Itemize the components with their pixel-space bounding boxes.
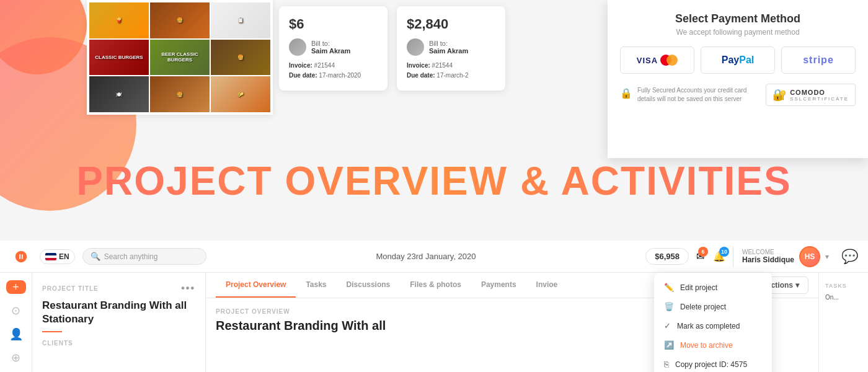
- move-to-archive-label: Move to archive: [680, 341, 733, 350]
- project-divider: [42, 331, 62, 332]
- nav-logo: [10, 250, 32, 264]
- project-title-label: PROJECT TITLE: [42, 285, 99, 292]
- tasks-panel: TASKS On...: [818, 273, 868, 372]
- invoice-bill-name-2: Saim Akram: [429, 47, 468, 55]
- invoice-meta-2: Invoice: #21544 Due date: 17-march-2: [407, 61, 495, 81]
- project-name: Restaurant Branding With all Stationary: [42, 299, 195, 326]
- delete-icon: 🗑️: [664, 302, 674, 311]
- actions-chevron: ▾: [795, 281, 799, 290]
- welcome-info: WELCOME Haris Siddique: [742, 249, 794, 264]
- left-panel: PROJECT TITLE ••• Restaurant Branding Wi…: [32, 273, 206, 372]
- invoice-amount-2: $2,840: [407, 16, 495, 32]
- food-image-1: 🍟: [89, 2, 149, 38]
- task-status: On...: [825, 294, 862, 301]
- tab-tasks[interactable]: Tasks: [296, 273, 336, 298]
- dropdown-move-to-archive[interactable]: ↗️ Move to archive: [654, 335, 772, 355]
- delete-project-label: Delete project: [680, 303, 726, 311]
- invoice-number-label-2: Invoice:: [407, 62, 432, 69]
- tab-project-overview[interactable]: Project Overview: [216, 273, 296, 298]
- food-image-6: 🍔: [211, 40, 270, 76]
- tab-files-photos[interactable]: Files & photos: [400, 273, 471, 298]
- bell-badge: 10: [719, 247, 729, 257]
- mail-icon-wrap[interactable]: ✉ 6: [696, 250, 704, 262]
- invoice-bill-name-1: Saim Akram: [311, 47, 350, 55]
- paypal-button[interactable]: PayPal: [701, 46, 775, 74]
- top-section: 🍟 🍔 📋 CLASSIC BURGERS BEER CLASSIC BURGE…: [0, 0, 868, 161]
- visa-logo: VISA: [637, 56, 658, 65]
- mail-badge: 6: [698, 247, 708, 257]
- edit-icon: ✏️: [664, 283, 674, 292]
- project-title-section: PROJECT TITLE •••: [42, 283, 195, 294]
- nav-icons: ✉ 6 🔔 10: [696, 250, 725, 262]
- mark-completed-label: Mark as completed: [677, 322, 740, 330]
- nav-date: Monday 23rd January, 2020: [214, 252, 639, 261]
- dropdown-delete-project[interactable]: 🗑️ Delete project: [654, 297, 772, 316]
- ssl-label: SSLCERTIFICATE: [790, 96, 849, 102]
- food-images-panel: 🍟 🍔 📋 CLASSIC BURGERS BEER CLASSIC BURGE…: [87, 0, 273, 115]
- chat-icon[interactable]: 💬: [841, 249, 858, 265]
- big-heading-text: PROJECT OVERVIEW & ACTIVITIES: [0, 161, 868, 201]
- user-avatar[interactable]: HS: [799, 246, 820, 267]
- food-image-3: 📋: [211, 2, 270, 38]
- security-text: Fully Secured Accounts your credit card …: [637, 86, 766, 104]
- nav-welcome: WELCOME Haris Siddique HS ▾: [733, 246, 829, 267]
- invoice-bill-to-2: Bill to:: [429, 40, 468, 47]
- sidebar-dashboard-icon[interactable]: ⊙: [11, 304, 20, 317]
- invoice-amount-1: $6: [289, 16, 378, 32]
- nav-language-selector[interactable]: EN: [40, 249, 75, 264]
- due-date-1: 17-march-2020: [319, 72, 361, 79]
- search-input[interactable]: Search anything: [104, 252, 158, 261]
- visa-mastercard-button[interactable]: VISA: [620, 46, 694, 74]
- archive-icon: ↗️: [664, 340, 674, 350]
- nav-balance: $6,958: [645, 248, 689, 265]
- invoice-number-2: #21544: [432, 62, 453, 69]
- bell-icon-wrap[interactable]: 🔔 10: [713, 250, 725, 262]
- comodo-shield-icon: 🔐: [773, 88, 786, 102]
- edit-project-label: Edit project: [680, 283, 717, 292]
- welcome-label: WELCOME: [742, 249, 794, 255]
- invoice-bill-to-1: Bill to:: [311, 40, 350, 47]
- invoice-avatar-1: [289, 38, 306, 56]
- mastercard-logo: [660, 55, 678, 66]
- paypal-logo: PayPal: [722, 55, 754, 66]
- food-image-5: BEER CLASSIC BURGERS: [150, 40, 210, 76]
- food-image-4: CLASSIC BURGERS: [89, 40, 149, 76]
- user-menu-chevron[interactable]: ▾: [825, 252, 829, 261]
- copy-project-label: Copy project ID: 4575: [675, 360, 747, 369]
- tasks-section-label: TASKS: [825, 283, 862, 289]
- avatar-initials: HS: [805, 252, 815, 261]
- food-image-8: 🍔: [150, 76, 210, 112]
- big-heading: PROJECT OVERVIEW & ACTIVITIES: [0, 161, 868, 201]
- food-image-2: 🍔: [150, 2, 210, 38]
- sidebar-add-button[interactable]: +: [6, 280, 26, 294]
- sidebar-more-icon[interactable]: ⊕: [11, 351, 20, 365]
- lock-icon: 🔒: [620, 87, 632, 99]
- tab-discussions[interactable]: Discussions: [337, 273, 401, 298]
- tab-payments[interactable]: Payments: [471, 273, 526, 298]
- invoice-avatar-2: [407, 38, 424, 56]
- comodo-label: COMODO: [790, 89, 849, 96]
- check-icon: ✓: [664, 321, 671, 330]
- security-info: 🔒 Fully Secured Accounts your credit car…: [620, 86, 766, 104]
- due-date-2: 17-march-2: [436, 72, 468, 79]
- invoice-meta-1: Invoice: #21544 Due date: 17-march-2020: [289, 61, 378, 81]
- due-date-label-2: Due date:: [407, 72, 436, 79]
- stripe-logo: stripe: [803, 55, 834, 66]
- due-date-label-1: Due date:: [289, 72, 319, 79]
- payment-modal-title: Select Payment Method: [620, 12, 856, 25]
- invoice-card-2: $2,840 Bill to: Saim Akram Invoice: #215…: [397, 6, 505, 91]
- dropdown-mark-completed[interactable]: ✓ Mark as completed: [654, 316, 772, 335]
- dropdown-edit-project[interactable]: ✏️ Edit project: [654, 278, 772, 297]
- tab-invoice[interactable]: Invioe: [526, 273, 568, 298]
- project-dots-menu[interactable]: •••: [181, 283, 195, 294]
- food-image-7: 🍽️: [89, 76, 149, 112]
- stripe-button[interactable]: stripe: [781, 46, 856, 74]
- comodo-text-wrap: COMODO SSLCERTIFICATE: [790, 89, 849, 102]
- invoice-number-label-1: Invoice:: [289, 62, 314, 69]
- comodo-badge: 🔐 COMODO SSLCERTIFICATE: [766, 84, 856, 106]
- dropdown-copy-project[interactable]: ⎘ Copy project ID: 4575: [654, 355, 772, 372]
- invoice-number-1: #21544: [314, 62, 335, 69]
- copy-icon: ⎘: [664, 360, 669, 369]
- search-bar[interactable]: 🔍 Search anything: [82, 248, 206, 265]
- sidebar-user-icon[interactable]: 👤: [9, 327, 23, 341]
